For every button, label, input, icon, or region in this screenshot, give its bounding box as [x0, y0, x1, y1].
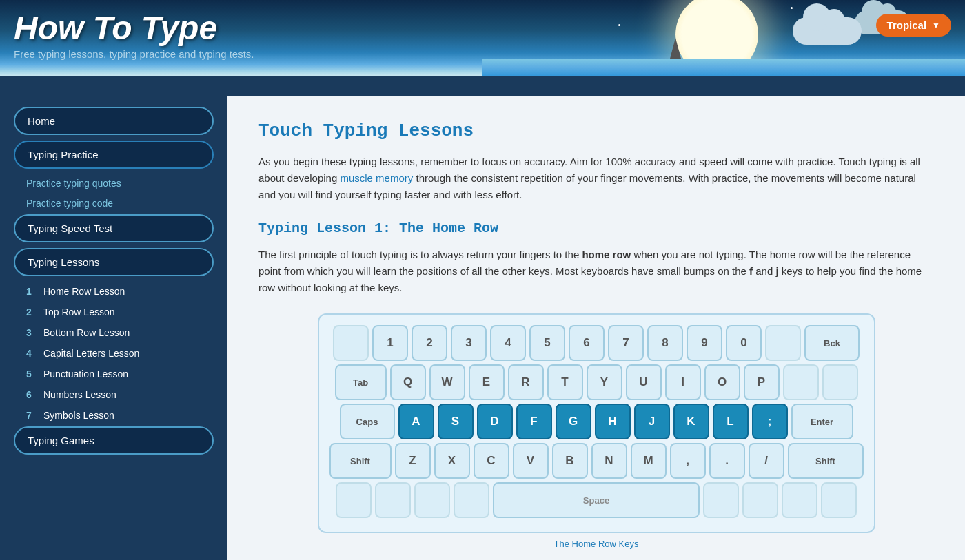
lesson1-paragraph: The first principle of touch typing is t…: [258, 247, 934, 296]
home-row-bold: home row: [582, 249, 631, 260]
lesson-number: 5: [26, 369, 37, 380]
sidebar-item-practice-quotes[interactable]: Practice typing quotes: [14, 174, 214, 192]
lesson1-text1: The first principle of touch typing is t…: [258, 249, 582, 260]
key-empty: [336, 482, 372, 518]
key-2[interactable]: 2: [412, 325, 447, 361]
key-s[interactable]: S: [438, 404, 474, 439]
sidebar-item-typing-practice[interactable]: Typing Practice: [14, 141, 214, 169]
key-m[interactable]: M: [631, 443, 667, 479]
lesson-label: Numbers Lesson: [43, 389, 116, 400]
key-9[interactable]: 9: [687, 325, 722, 361]
key-7[interactable]: 7: [608, 325, 644, 361]
key-t[interactable]: T: [547, 364, 583, 400]
key-6[interactable]: 6: [569, 325, 605, 361]
lesson-number: 4: [26, 348, 37, 359]
key-empty: [742, 482, 778, 518]
key-1[interactable]: 1: [372, 325, 408, 361]
key-u[interactable]: U: [626, 364, 662, 400]
muscle-memory-link[interactable]: muscle memory: [340, 172, 413, 184]
lesson-number: 2: [26, 307, 37, 318]
key-tab[interactable]: Tab: [335, 364, 387, 400]
key-v[interactable]: V: [513, 443, 549, 479]
sidebar-item-practice-code[interactable]: Practice typing code: [14, 194, 214, 212]
sidebar-item-typing-lessons[interactable]: Typing Lessons: [14, 248, 214, 276]
key-slash[interactable]: /: [749, 443, 784, 479]
key-backspace[interactable]: Bck: [804, 325, 860, 361]
key-r[interactable]: R: [508, 364, 544, 400]
key-comma[interactable]: ,: [670, 443, 706, 479]
key-empty: [414, 482, 450, 518]
key-empty: [822, 364, 858, 400]
sidebar-item-typing-games[interactable]: Typing Games: [14, 426, 214, 455]
key-a[interactable]: A: [398, 404, 434, 439]
key-shift-left[interactable]: Shift: [329, 443, 392, 479]
key-e[interactable]: E: [469, 364, 505, 400]
key-empty: [782, 482, 817, 518]
key-j[interactable]: J: [634, 404, 670, 439]
key-semicolon[interactable]: ;: [752, 404, 788, 439]
sidebar-lesson-item[interactable]: 2Top Row Lesson: [14, 302, 214, 322]
key-empty: [821, 482, 857, 518]
keyboard-row-homerow: Caps A S D F G H J K L ; Enter: [329, 404, 864, 439]
key-0[interactable]: 0: [726, 325, 762, 361]
lesson-label: Bottom Row Lesson: [43, 327, 130, 338]
key-l[interactable]: L: [713, 404, 749, 439]
and-text: and: [753, 265, 775, 277]
star-decoration: [791, 7, 793, 9]
sidebar-lesson-item[interactable]: 3Bottom Row Lesson: [14, 323, 214, 342]
key-z[interactable]: Z: [395, 443, 431, 479]
key-4[interactable]: 4: [490, 325, 526, 361]
theme-label: Tropical: [887, 19, 927, 31]
key-space[interactable]: Space: [493, 482, 700, 518]
key-shift-right[interactable]: Shift: [788, 443, 864, 479]
theme-selector[interactable]: Tropical ▼: [876, 14, 951, 37]
key-k[interactable]: K: [673, 404, 709, 439]
keyboard-row-numbers: 1 2 3 4 5 6 7 8 9 0 Bck: [329, 325, 864, 361]
lesson-label: Punctuation Lesson: [43, 369, 128, 380]
key-g[interactable]: G: [556, 404, 591, 439]
content-area: Touch Typing Lessons As you begin these …: [227, 96, 965, 560]
key-y[interactable]: Y: [587, 364, 622, 400]
sidebar-item-speed-test[interactable]: Typing Speed Test: [14, 214, 214, 242]
key-w[interactable]: W: [429, 364, 465, 400]
keyboard-diagram: 1 2 3 4 5 6 7 8 9 0 Bck Tab Q W: [318, 313, 875, 533]
key-5[interactable]: 5: [529, 325, 565, 361]
key-empty: [454, 482, 489, 518]
key-enter[interactable]: Enter: [791, 404, 853, 439]
star-decoration: [618, 24, 620, 26]
key-c[interactable]: C: [474, 443, 509, 479]
keyboard-container: 1 2 3 4 5 6 7 8 9 0 Bck Tab Q W: [258, 313, 934, 549]
sidebar-lesson-item[interactable]: 7Symbols Lesson: [14, 406, 214, 425]
header-background: [482, 0, 965, 76]
intro-paragraph: As you begin these typing lessons, remem…: [258, 154, 934, 203]
sidebar-lesson-item[interactable]: 5Punctuation Lesson: [14, 364, 214, 384]
key-f[interactable]: F: [516, 404, 552, 439]
key-empty: [333, 325, 369, 361]
sidebar-item-home[interactable]: Home: [14, 107, 214, 135]
lesson1-title: Typing Lesson 1: The Home Row: [258, 220, 934, 236]
wave-decoration: [482, 59, 965, 76]
key-period[interactable]: .: [709, 443, 745, 479]
cloud-decoration: [793, 17, 862, 45]
key-b[interactable]: B: [552, 443, 588, 479]
sidebar-lesson-item[interactable]: 1Home Row Lesson: [14, 282, 214, 301]
key-n[interactable]: N: [591, 443, 627, 479]
key-o[interactable]: O: [704, 364, 740, 400]
sidebar-lesson-item[interactable]: 6Numbers Lesson: [14, 385, 214, 404]
key-h[interactable]: H: [595, 404, 631, 439]
key-x[interactable]: X: [434, 443, 470, 479]
key-i[interactable]: I: [665, 364, 701, 400]
main-layout: Home Typing Practice Practice typing quo…: [0, 96, 965, 560]
nav-bar: [0, 76, 965, 96]
lesson-number: 6: [26, 389, 37, 400]
key-p[interactable]: P: [744, 364, 780, 400]
key-empty: [703, 482, 739, 518]
sidebar-lesson-item[interactable]: 4Capital Letters Lesson: [14, 344, 214, 363]
sidebar: Home Typing Practice Practice typing quo…: [0, 96, 227, 560]
key-caps[interactable]: Caps: [340, 404, 395, 439]
key-d[interactable]: D: [477, 404, 513, 439]
key-8[interactable]: 8: [647, 325, 683, 361]
key-q[interactable]: Q: [390, 364, 426, 400]
lesson-label: Top Row Lesson: [43, 307, 115, 318]
key-3[interactable]: 3: [451, 325, 487, 361]
